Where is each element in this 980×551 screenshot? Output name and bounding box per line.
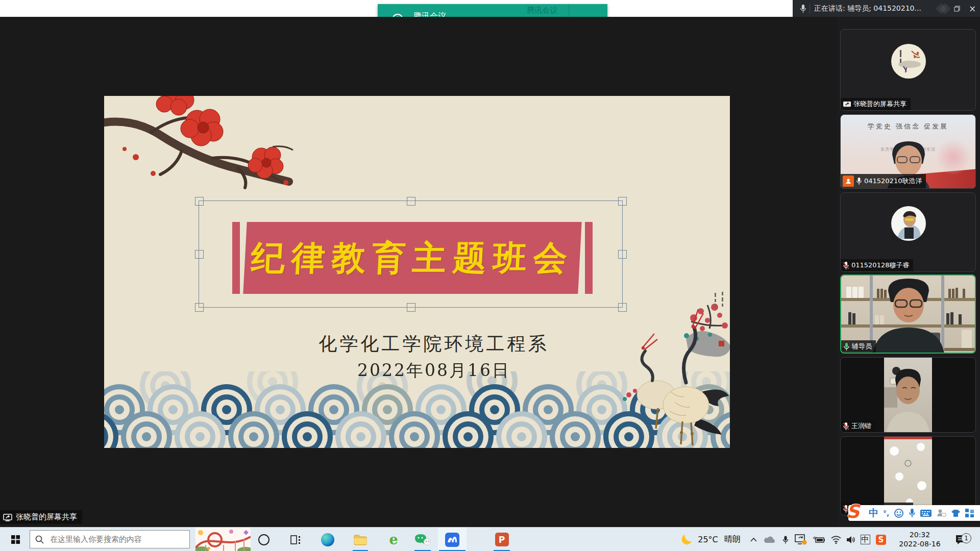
news-and-interests-button[interactable] [195,528,251,551]
display-icon [795,534,807,545]
display-sync-tray-icon[interactable] [793,528,808,551]
taskbar-clock[interactable]: 20:32 2022-08-16 [894,528,945,551]
battery-icon [812,536,825,543]
weather-icon-moon[interactable] [679,528,694,551]
task-view-button[interactable] [287,528,304,551]
desktop: 正在讲话: 辅导员; 041520210... × 腾讯会议 腾讯会议 正在 [0,0,980,551]
ime-mode-chinese[interactable]: 中 [869,507,878,520]
wechat-icon [414,533,431,546]
background-slogan: 学党史 强信念 促发展 [841,122,975,131]
participant-label: 011520128穆子睿 [841,259,913,271]
wifi-icon [831,536,841,544]
toolbox-icon[interactable] [965,509,974,517]
banner-watermark: 腾讯会议 [527,6,557,15]
search-icon [35,535,44,544]
microphone-icon [856,177,862,185]
slide-title: 纪律教育主题班会 [243,222,581,294]
emoji-icon[interactable] [894,508,904,518]
participant-label: 张晓普的屏幕共享 [841,98,911,110]
soft-keyboard-icon[interactable] [920,509,932,517]
participant-label: 王润锴 [841,420,875,432]
onedrive-tray-icon[interactable] [762,528,777,551]
screen-share-icon [843,101,851,108]
participant-label: 辅导员 [841,340,876,353]
participant-tile[interactable]: 011520128穆子睿 [840,192,976,272]
microphone-icon [782,535,789,544]
skin-icon[interactable] [951,509,961,518]
ime-indicator[interactable]: 中 [859,528,872,551]
plum-blossom-art [104,96,298,190]
edge-icon [321,533,334,546]
notification-count-badge: 1 [961,533,971,543]
banner-side-bar [232,222,240,294]
cortana-button[interactable] [256,528,272,551]
cloud-icon [764,536,775,543]
participant-tile[interactable]: 041521226尹菲菲 [840,436,976,515]
taskbar-app-tencent-meeting-active[interactable] [438,528,467,551]
voice-input-icon[interactable] [909,508,916,518]
member-icon [843,176,854,187]
speaking-bar: 正在讲话: 辅导员; 041520210... × [793,0,980,17]
taskbar-app-powerpoint[interactable]: P [492,528,512,551]
taskbar-app-edge[interactable] [320,528,335,551]
chevron-up-icon [750,538,757,542]
microphone-muted-icon [843,261,849,270]
sogou-logo[interactable]: S [846,501,860,522]
moon-icon [681,534,692,545]
tencent-meeting-icon [445,533,459,547]
participant-tile[interactable]: 王润锴 [840,357,976,433]
close-button[interactable]: × [965,0,980,17]
taskbar-app-wechat[interactable] [412,528,433,551]
account-icon[interactable] [936,509,946,518]
taskbar-search[interactable] [30,530,190,548]
ime-punctuation-toggle[interactable]: °, [883,509,889,517]
restore-icon [954,6,960,12]
participant-name: 王润锴 [851,421,871,431]
banner-side-bar [585,222,593,294]
sogou-input-toolbar[interactable]: S 中 °, [848,505,980,521]
wifi-tray-icon[interactable] [829,528,843,551]
screen-share-owner: 张晓普的屏幕共享 [16,512,77,522]
volume-tray-icon[interactable] [843,528,859,551]
clock-date: 2022-08-16 [899,540,940,549]
battery-tray-icon[interactable] [811,528,827,551]
taskbar-app-browser[interactable]: e [386,528,401,551]
weather-condition[interactable]: 晴朗 [722,528,743,551]
participant-label: 041520210耿浩洋 [841,174,926,188]
microphone-active-icon [843,342,850,351]
news-widget-image [195,528,251,551]
taskbar-app-file-explorer[interactable] [352,528,369,551]
microphone-icon [800,4,806,13]
participant-video [884,358,932,432]
restore-window-button[interactable] [949,0,965,17]
show-hidden-icons-button[interactable] [747,528,760,551]
file-explorer-icon [354,534,367,545]
weather-temperature[interactable]: 25°C [695,528,721,551]
sogou-tray-icon[interactable]: S [874,528,888,551]
screen-share-view: 纪律教育主题班会 化学化工学院环境工程系 2022年08月16日 张晓普的屏幕共… [0,17,837,527]
ime-chinese-mode: 中 [861,535,870,544]
participants-sidebar[interactable]: 张晓普的屏幕共享 学党史 强信念 促发展 党员学习主题党日组织生活 [837,17,980,527]
action-center-button[interactable]: 1 [950,528,972,551]
slide-date: 2022年08月16日 [276,359,592,382]
microphone-tray-icon[interactable] [779,528,792,551]
clock-time: 20:32 [910,531,930,540]
browser-360-icon: e [389,532,398,547]
speaker-icon [846,536,856,544]
participant-tile-screen-share[interactable]: 张晓普的屏幕共享 [840,29,976,111]
taskbar[interactable]: e P 25°C [0,527,980,551]
screen-share-icon [3,513,12,521]
search-input[interactable] [49,534,179,544]
participant-name: 041520210耿浩洋 [864,177,922,186]
participant-name: 011520128穆子睿 [851,261,909,270]
crane-art [609,290,730,448]
start-button[interactable] [4,528,27,551]
microphone-muted-icon [843,422,849,431]
sogou-logo-small: S [876,535,886,545]
participant-tile[interactable]: 学党史 强信念 促发展 党员学习主题党日组织生活 [840,114,976,189]
powerpoint-icon: P [495,533,509,546]
speaking-label: 正在讲话: 辅导员; 041520210... [814,4,921,13]
participant-name: 张晓普的屏幕共享 [853,99,906,109]
background-flowers [936,139,971,175]
participant-tile-active-speaker[interactable]: 辅导员 [840,274,976,354]
